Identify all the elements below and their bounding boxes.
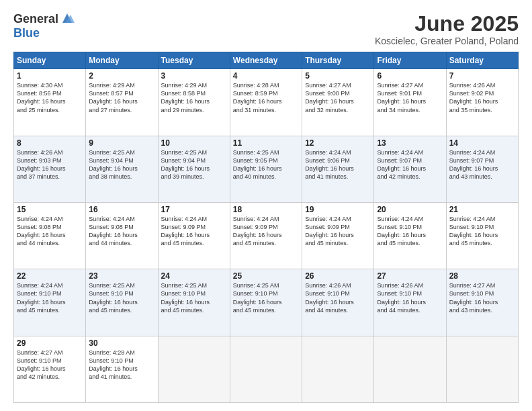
- day-info: Sunrise: 4:24 AM Sunset: 9:08 PM Dayligh…: [17, 215, 83, 248]
- day-number: 18: [233, 205, 299, 214]
- table-row: 12Sunrise: 4:24 AM Sunset: 9:06 PM Dayli…: [302, 136, 374, 202]
- col-wednesday: Wednesday: [230, 52, 302, 69]
- table-row: 7Sunrise: 4:26 AM Sunset: 9:02 PM Daylig…: [446, 69, 518, 136]
- day-number: 26: [305, 271, 371, 281]
- day-number: 21: [449, 205, 515, 214]
- col-monday: Monday: [86, 52, 158, 69]
- table-row: 4Sunrise: 4:28 AM Sunset: 8:59 PM Daylig…: [230, 69, 302, 136]
- day-info: Sunrise: 4:27 AM Sunset: 9:10 PM Dayligh…: [17, 349, 83, 381]
- calendar-header-row: Sunday Monday Tuesday Wednesday Thursday…: [14, 52, 519, 69]
- calendar-week-row: 8Sunrise: 4:26 AM Sunset: 9:03 PM Daylig…: [14, 136, 519, 202]
- table-row: 24Sunrise: 4:25 AM Sunset: 9:10 PM Dayli…: [158, 269, 230, 336]
- table-row: 30Sunrise: 4:28 AM Sunset: 9:10 PM Dayli…: [86, 336, 158, 402]
- day-number: 2: [89, 71, 154, 81]
- day-number: 15: [17, 205, 83, 214]
- day-number: 17: [161, 205, 227, 214]
- day-info: Sunrise: 4:27 AM Sunset: 9:01 PM Dayligh…: [377, 81, 443, 114]
- table-row: 28Sunrise: 4:27 AM Sunset: 9:10 PM Dayli…: [446, 269, 518, 336]
- day-number: 29: [17, 338, 83, 348]
- day-number: 8: [17, 138, 83, 148]
- table-row: 10Sunrise: 4:25 AM Sunset: 9:04 PM Dayli…: [158, 136, 230, 202]
- day-number: 12: [305, 138, 371, 148]
- table-row: 21Sunrise: 4:24 AM Sunset: 9:10 PM Dayli…: [446, 202, 518, 269]
- logo-general-text: General: [13, 12, 58, 26]
- day-info: Sunrise: 4:25 AM Sunset: 9:05 PM Dayligh…: [233, 148, 299, 181]
- calendar-week-row: 22Sunrise: 4:24 AM Sunset: 9:10 PM Dayli…: [14, 269, 519, 336]
- day-number: 30: [89, 338, 154, 348]
- table-row: 8Sunrise: 4:26 AM Sunset: 9:03 PM Daylig…: [14, 136, 86, 202]
- table-row: 18Sunrise: 4:24 AM Sunset: 9:09 PM Dayli…: [230, 202, 302, 269]
- calendar-week-row: 29Sunrise: 4:27 AM Sunset: 9:10 PM Dayli…: [14, 336, 519, 402]
- day-number: 5: [305, 71, 371, 81]
- table-row: [230, 336, 302, 402]
- day-info: Sunrise: 4:26 AM Sunset: 9:02 PM Dayligh…: [449, 81, 515, 114]
- header: General Blue June 2025 Koscielec, Greate…: [13, 12, 519, 46]
- day-info: Sunrise: 4:28 AM Sunset: 8:59 PM Dayligh…: [233, 81, 299, 114]
- day-info: Sunrise: 4:24 AM Sunset: 9:06 PM Dayligh…: [305, 148, 371, 181]
- day-number: 25: [233, 271, 299, 281]
- day-number: 4: [233, 71, 299, 81]
- table-row: 27Sunrise: 4:26 AM Sunset: 9:10 PM Dayli…: [374, 269, 446, 336]
- table-row: [446, 336, 518, 402]
- day-number: 16: [89, 205, 154, 214]
- day-info: Sunrise: 4:29 AM Sunset: 8:57 PM Dayligh…: [89, 81, 154, 114]
- table-row: 22Sunrise: 4:24 AM Sunset: 9:10 PM Dayli…: [14, 269, 86, 336]
- day-number: 1: [17, 71, 83, 81]
- table-row: 25Sunrise: 4:25 AM Sunset: 9:10 PM Dayli…: [230, 269, 302, 336]
- calendar-week-row: 1Sunrise: 4:30 AM Sunset: 8:56 PM Daylig…: [14, 69, 519, 136]
- day-info: Sunrise: 4:27 AM Sunset: 9:10 PM Dayligh…: [449, 281, 515, 314]
- col-thursday: Thursday: [302, 52, 374, 69]
- day-number: 22: [17, 271, 83, 281]
- location-text: Koscielec, Greater Poland, Poland: [375, 36, 519, 46]
- day-info: Sunrise: 4:30 AM Sunset: 8:56 PM Dayligh…: [17, 81, 83, 114]
- table-row: 17Sunrise: 4:24 AM Sunset: 9:09 PM Dayli…: [158, 202, 230, 269]
- table-row: 26Sunrise: 4:26 AM Sunset: 9:10 PM Dayli…: [302, 269, 374, 336]
- table-row: 14Sunrise: 4:24 AM Sunset: 9:07 PM Dayli…: [446, 136, 518, 202]
- day-info: Sunrise: 4:24 AM Sunset: 9:10 PM Dayligh…: [377, 215, 443, 248]
- day-info: Sunrise: 4:27 AM Sunset: 9:00 PM Dayligh…: [305, 81, 371, 114]
- day-info: Sunrise: 4:25 AM Sunset: 9:04 PM Dayligh…: [89, 148, 154, 181]
- day-number: 27: [377, 271, 443, 281]
- month-year-title: June 2025: [375, 12, 519, 36]
- day-number: 10: [161, 138, 227, 148]
- day-number: 28: [449, 271, 515, 281]
- day-info: Sunrise: 4:24 AM Sunset: 9:09 PM Dayligh…: [305, 215, 371, 248]
- table-row: 5Sunrise: 4:27 AM Sunset: 9:00 PM Daylig…: [302, 69, 374, 136]
- day-number: 13: [377, 138, 443, 148]
- table-row: 6Sunrise: 4:27 AM Sunset: 9:01 PM Daylig…: [374, 69, 446, 136]
- table-row: 16Sunrise: 4:24 AM Sunset: 9:08 PM Dayli…: [86, 202, 158, 269]
- day-number: 9: [89, 138, 154, 148]
- table-row: 23Sunrise: 4:25 AM Sunset: 9:10 PM Dayli…: [86, 269, 158, 336]
- table-row: 13Sunrise: 4:24 AM Sunset: 9:07 PM Dayli…: [374, 136, 446, 202]
- logo-blue-text: Blue: [13, 26, 40, 40]
- day-info: Sunrise: 4:29 AM Sunset: 8:58 PM Dayligh…: [161, 81, 227, 114]
- logo: General Blue: [13, 12, 75, 40]
- day-number: 7: [449, 71, 515, 81]
- table-row: [302, 336, 374, 402]
- day-info: Sunrise: 4:25 AM Sunset: 9:04 PM Dayligh…: [161, 148, 227, 181]
- day-info: Sunrise: 4:24 AM Sunset: 9:07 PM Dayligh…: [449, 148, 515, 181]
- day-info: Sunrise: 4:24 AM Sunset: 9:08 PM Dayligh…: [89, 215, 154, 248]
- logo-icon: [60, 12, 75, 24]
- day-number: 14: [449, 138, 515, 148]
- col-tuesday: Tuesday: [158, 52, 230, 69]
- day-info: Sunrise: 4:25 AM Sunset: 9:10 PM Dayligh…: [89, 281, 154, 314]
- day-number: 23: [89, 271, 154, 281]
- table-row: 1Sunrise: 4:30 AM Sunset: 8:56 PM Daylig…: [14, 69, 86, 136]
- col-saturday: Saturday: [446, 52, 518, 69]
- page: General Blue June 2025 Koscielec, Greate…: [0, 0, 532, 411]
- day-info: Sunrise: 4:25 AM Sunset: 9:10 PM Dayligh…: [161, 281, 227, 314]
- day-number: 20: [377, 205, 443, 214]
- table-row: [158, 336, 230, 402]
- day-number: 19: [305, 205, 371, 214]
- day-number: 6: [377, 71, 443, 81]
- col-friday: Friday: [374, 52, 446, 69]
- title-block: June 2025 Koscielec, Greater Poland, Pol…: [375, 12, 519, 46]
- table-row: 9Sunrise: 4:25 AM Sunset: 9:04 PM Daylig…: [86, 136, 158, 202]
- table-row: 29Sunrise: 4:27 AM Sunset: 9:10 PM Dayli…: [14, 336, 86, 402]
- day-info: Sunrise: 4:24 AM Sunset: 9:10 PM Dayligh…: [449, 215, 515, 248]
- day-info: Sunrise: 4:26 AM Sunset: 9:10 PM Dayligh…: [377, 281, 443, 314]
- day-info: Sunrise: 4:24 AM Sunset: 9:10 PM Dayligh…: [17, 281, 83, 314]
- day-number: 11: [233, 138, 299, 148]
- table-row: 20Sunrise: 4:24 AM Sunset: 9:10 PM Dayli…: [374, 202, 446, 269]
